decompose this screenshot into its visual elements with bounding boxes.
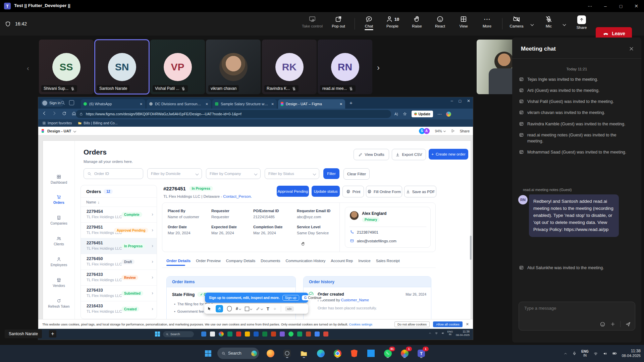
send-icon[interactable] (625, 321, 631, 327)
filter-domicile-select[interactable]: Filter by Domicile (147, 168, 202, 179)
address-bar[interactable]: https://www.figma.com/design/9BKQ0FOHRWa… (76, 110, 391, 118)
favorite-bills-folder[interactable]: Bills | Billing and Co... (78, 121, 117, 125)
taskbar-teams-icon[interactable]: T 1 (416, 348, 427, 359)
taskbar-chrome-profile-icon[interactable]: 1 (399, 348, 410, 359)
pop-out-button[interactable]: Pop out (328, 15, 349, 28)
export-csv-button[interactable]: Export CSV (392, 149, 426, 160)
update-status-button[interactable]: Update status (312, 186, 340, 197)
column-name[interactable]: Name (86, 200, 96, 204)
taskbar-firefox-icon[interactable] (265, 348, 276, 359)
components-tool-icon[interactable]: ⁘ (273, 307, 277, 311)
browser-tab[interactable]: (6) WhatsApp✕ (81, 99, 145, 109)
sidebar-item-clients[interactable]: Clients (43, 236, 75, 246)
chat-close-icon[interactable] (629, 46, 634, 51)
text-tool-icon[interactable]: T (267, 306, 269, 311)
reload-icon[interactable] (62, 111, 67, 116)
edge-update-button[interactable]: Update (412, 111, 433, 117)
tab-order-details[interactable]: Order Details (166, 259, 191, 263)
fill-online-form-button[interactable]: Fill Online Form (366, 186, 402, 197)
start-button[interactable] (203, 348, 213, 359)
tab-company-details[interactable]: Company Details (226, 259, 256, 263)
browser-tab-active[interactable]: Design - UAT – Figma✕ (278, 99, 345, 109)
emoji-icon[interactable] (600, 321, 605, 327)
chat-input[interactable] (524, 305, 626, 311)
more-button[interactable]: ⋯ More (476, 15, 498, 28)
shared-taskbar-apps[interactable] (201, 331, 328, 337)
tray-caret-icon[interactable] (564, 352, 568, 356)
print-button[interactable]: Print (342, 186, 364, 197)
share-button[interactable]: Share (571, 15, 592, 29)
figma-zoom-level[interactable]: 94% (435, 129, 442, 133)
tab-close-icon[interactable]: ✕ (206, 102, 208, 106)
tab-order-preview[interactable]: Order Preview (196, 259, 221, 263)
window-minimize-button[interactable]: – (598, 0, 613, 12)
order-row[interactable]: 2276433TL Flex Holdings LLC Review› (81, 269, 157, 285)
tray-wifi-icon[interactable] (593, 351, 598, 356)
approval-pending-button[interactable]: Approval Pending (277, 186, 309, 197)
new-tab-button[interactable]: + (350, 100, 353, 106)
file-menu-chevron[interactable] (73, 129, 76, 132)
video-tile[interactable]: RK Ravindra K... (262, 40, 317, 94)
forward-icon[interactable] (52, 111, 57, 116)
contact-email[interactable]: alex@vstatefilings.com (357, 239, 396, 243)
banner-continue-google-button[interactable]: GContinue (302, 295, 324, 300)
clear-filter-button[interactable]: Clear Filter (343, 168, 370, 180)
browser-minimize[interactable]: – (451, 99, 453, 103)
allow-cookies-button[interactable]: Allow all cookies (433, 321, 463, 327)
hand-tool-icon-active[interactable] (216, 305, 223, 312)
tab-invoice[interactable]: Invoice (358, 259, 370, 263)
video-tile[interactable]: SS Shivani Sup... (39, 40, 94, 94)
mic-button[interactable]: Mic (538, 15, 559, 28)
shared-tray-caret[interactable] (428, 331, 432, 335)
vertical-tabs-icon[interactable] (69, 100, 74, 105)
tray-clock[interactable]: 11:38 08-04-2025 (622, 349, 641, 358)
sidebar-item-vendors[interactable]: Vendors (43, 278, 75, 288)
back-icon[interactable] (42, 111, 47, 116)
tiles-scroll-right[interactable]: › (377, 63, 380, 72)
read-aloud-icon[interactable]: A) (394, 112, 398, 116)
sort-icon[interactable]: ↓ (98, 200, 100, 204)
taskbar-explorer-icon[interactable] (299, 348, 309, 359)
contact-person-link[interactable]: Contact_Person. (223, 194, 252, 198)
attach-plus-icon[interactable] (610, 321, 615, 327)
browser-profile-icon[interactable] (446, 112, 451, 117)
browser-tab[interactable]: Sample Salary Structure with calc✕ (212, 99, 277, 109)
taskbar-camera-app-icon[interactable] (282, 348, 292, 359)
taskbar-search-box[interactable]: Search (217, 348, 259, 359)
video-tile[interactable]: RN read.ai mee... (318, 40, 372, 94)
browser-maximize[interactable]: ▢ (458, 99, 461, 103)
dev-mode-toggle[interactable]: </> (285, 306, 294, 311)
shared-tray-clock[interactable]: 11:3808-04-2025 (456, 330, 470, 337)
import-favorites-button[interactable]: Import favorites (42, 121, 72, 125)
favorite-star-icon[interactable] (402, 112, 407, 116)
banner-signup-button[interactable]: Sign up (282, 295, 299, 301)
filter-button[interactable]: Filter (323, 168, 339, 179)
sidebar-item-employees[interactable]: Employees (43, 257, 75, 267)
taskbar-vscode-icon[interactable] (366, 348, 376, 359)
tray-volume-icon[interactable] (603, 351, 607, 356)
react-button[interactable]: React (429, 15, 451, 28)
browser-more-icon[interactable]: ⋯ (437, 112, 442, 117)
shared-tray-language[interactable]: ENGIN (447, 330, 453, 336)
tab-account-rep[interactable]: Account Rep (331, 259, 353, 263)
order-row-selected[interactable]: 2276451TL Flex Holdings LLC In Progress› (81, 238, 157, 254)
figma-file-name[interactable]: Design - UAT (47, 129, 71, 133)
tab-close-icon[interactable]: ✕ (340, 102, 342, 106)
rectangle-tool-icon[interactable] (245, 307, 252, 311)
shared-search-box[interactable]: Search (163, 331, 194, 337)
order-row[interactable]: 2279451TL Flex Holdings LLC Approval Pen… (81, 222, 157, 238)
sidebar-item-companies[interactable]: Companies (43, 215, 75, 225)
tab-sales-receipt[interactable]: Sales Receipt (376, 259, 400, 263)
chat-input-box[interactable] (519, 302, 635, 330)
video-tile[interactable]: VP Vishal Patil ... (150, 40, 205, 94)
tab-close-icon[interactable]: ✕ (140, 102, 143, 106)
cookie-close-icon[interactable]: ✕ (466, 322, 469, 326)
pen-tool-icon[interactable] (256, 307, 263, 311)
figma-share-button[interactable]: Share (460, 129, 470, 133)
move-tool-icon[interactable] (207, 306, 212, 311)
tray-mic-icon[interactable] (572, 351, 577, 356)
frame-tool-icon[interactable]: # (236, 306, 241, 311)
taskbar-brave-icon[interactable] (349, 348, 360, 359)
window-close-button[interactable]: ✕ (629, 0, 644, 12)
raise-button[interactable]: Raise (406, 15, 428, 28)
